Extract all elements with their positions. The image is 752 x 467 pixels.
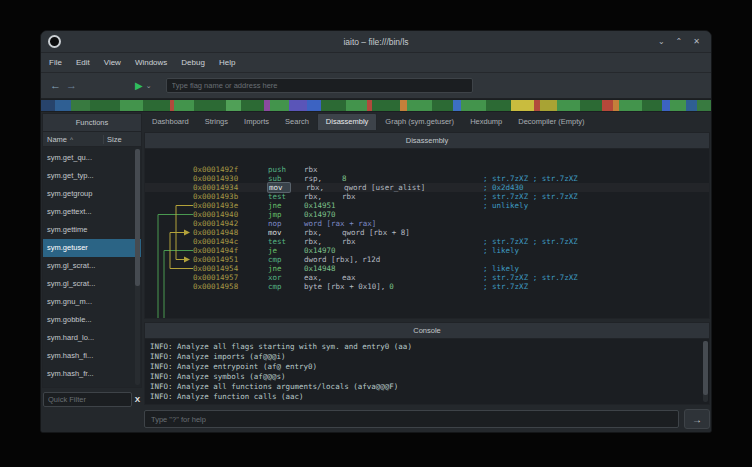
disasm-line[interactable]: 0x00014930subrsp,8; str.7zXZ ; str.7zXZ — [145, 174, 709, 183]
strip-segment — [486, 100, 511, 111]
strip-segment — [321, 100, 346, 111]
disasm-comment: ; str.7zXZ — [483, 282, 528, 291]
disasm-comment: ; unlikely — [483, 201, 528, 210]
disasm-line[interactable]: 0x0001492fpushrbx — [145, 165, 709, 174]
analyze-run-button[interactable]: ▶ — [135, 73, 143, 98]
disasm-line[interactable]: 0x00014942nopword [rax + rax] — [145, 219, 709, 228]
function-item[interactable]: sym.gettext... — [43, 203, 141, 221]
disasm-mnemonic: test — [268, 237, 304, 246]
disasm-line[interactable]: 0x0001493ejne0x14951; unlikely — [145, 201, 709, 210]
quick-filter-input[interactable] — [43, 392, 132, 407]
strip-segment — [241, 100, 264, 111]
console-line: INFO: Analyze all functions arguments/lo… — [150, 382, 709, 392]
function-item[interactable]: sym.getgroup — [43, 185, 141, 203]
clear-filter-button[interactable]: X — [135, 395, 140, 404]
execute-button[interactable]: → — [684, 409, 710, 429]
operand: 0x14951 — [304, 201, 338, 210]
disasm-line[interactable]: 0x0001493btestrbx,rbx; str.7zXZ ; str.7z… — [145, 192, 709, 201]
disasm-line[interactable]: 0x00014957xoreax,eax; str.7zXZ ; str.7zX… — [145, 273, 709, 282]
tab-hexdump[interactable]: Hexdump — [462, 114, 510, 130]
disasm-operands: eax,eax — [304, 273, 356, 282]
run-options-dropdown[interactable]: ⌄ — [146, 82, 152, 90]
close-icon: ✕ — [693, 37, 700, 46]
disasm-address: 0x00014958 — [193, 282, 268, 291]
disasm-line[interactable]: 0x00014951cmpdword [rbx],r12d — [145, 255, 709, 264]
function-item[interactable]: sym.gl_scrat... — [43, 257, 141, 275]
function-item[interactable]: sym.hash_fi... — [43, 347, 141, 365]
column-header-name[interactable]: Name^ — [43, 135, 103, 144]
titlebar[interactable]: iaito – file:///bin/ls ⌄ ⌃ ✕ — [41, 31, 711, 53]
disasm-line[interactable]: 0x00014954jne0x14948; likely — [145, 264, 709, 273]
menu-item-view[interactable]: View — [97, 53, 128, 72]
scrollbar-thumb[interactable] — [135, 149, 140, 286]
operand: qword [user_alist] — [344, 183, 425, 192]
menubar: FileEditViewWindowsDebugHelp — [41, 53, 711, 73]
menu-item-file[interactable]: File — [42, 53, 69, 72]
disasm-line[interactable]: 0x00014958cmpbyte [rbx + 0x10],0; str.7z… — [145, 282, 709, 291]
minimize-button[interactable]: ⌄ — [658, 31, 665, 52]
function-item[interactable]: sym.get_qu... — [43, 149, 141, 167]
menu-item-edit[interactable]: Edit — [69, 53, 97, 72]
tab-imports[interactable]: Imports — [236, 114, 277, 130]
main-area: Functions Name^ Size sym.get_qu...sym.ge… — [41, 112, 711, 432]
strip-segment — [697, 100, 711, 111]
strip-segment — [432, 100, 453, 111]
memory-map-strip[interactable] — [41, 99, 711, 112]
console-scrollbar[interactable] — [703, 341, 708, 402]
disassembly-view[interactable]: 0x0001492fpushrbx0x00014930subrsp,8; str… — [144, 149, 710, 319]
disasm-operands: rbx,rbx — [304, 237, 356, 246]
maximize-button[interactable]: ⌃ — [676, 31, 683, 52]
menu-item-debug[interactable]: Debug — [174, 53, 212, 72]
strip-segment — [557, 100, 580, 111]
tab-disassembly[interactable]: Disassembly — [317, 113, 378, 130]
functions-dock-header[interactable]: Functions — [42, 113, 142, 132]
seek-forward-button[interactable]: → — [66, 73, 77, 98]
disasm-mnemonic: je — [268, 246, 304, 255]
disasm-address: 0x0001494f — [193, 246, 268, 255]
strip-segment — [453, 100, 461, 111]
iaito-window: iaito – file:///bin/ls ⌄ ⌃ ✕ FileEditVie… — [40, 30, 712, 433]
function-item[interactable]: sym.gettime — [43, 221, 141, 239]
disasm-line[interactable]: 0x00014948movrbx,qword [rbx + 8] — [145, 228, 709, 237]
function-item[interactable]: sym.get_typ... — [43, 167, 141, 185]
menu-item-help[interactable]: Help — [212, 53, 242, 72]
console-dock-header[interactable]: Console — [144, 322, 710, 339]
tab-search[interactable]: Search — [277, 114, 317, 130]
strip-segment — [511, 100, 534, 111]
disasm-operands: 0x14948 — [304, 264, 338, 273]
functions-scrollbar[interactable] — [135, 149, 140, 385]
function-item[interactable]: sym.hard_lo... — [43, 329, 141, 347]
function-item[interactable]: sym.hash_fr... — [43, 365, 141, 383]
tab-strings[interactable]: Strings — [197, 114, 236, 130]
disasm-mnemonic: test — [268, 192, 304, 201]
disasm-line[interactable]: 0x0001494fje0x14970; likely — [145, 246, 709, 255]
disasm-line[interactable]: 0x00014934movrbx,qword [user_alist]; 0x2… — [145, 183, 709, 192]
strip-segment — [642, 100, 661, 111]
menu-item-windows[interactable]: Windows — [128, 53, 174, 72]
column-header-size[interactable]: Size — [103, 135, 141, 144]
address-search-input[interactable] — [166, 78, 473, 93]
disasm-operands: word [rax + rax] — [304, 219, 376, 228]
disasm-mnemonic: nop — [268, 219, 304, 228]
function-item[interactable]: sym.getuser — [43, 239, 141, 257]
strip-segment — [71, 100, 90, 111]
x-icon: X — [135, 395, 140, 404]
disassembly-dock-header[interactable]: Disassembly — [144, 132, 710, 149]
tab-dashboard[interactable]: Dashboard — [144, 114, 197, 130]
close-button[interactable]: ✕ — [693, 31, 700, 52]
function-item[interactable]: sym.gobble... — [43, 311, 141, 329]
tab-decompiler-empty[interactable]: Decompiler (Empty) — [510, 114, 592, 130]
disasm-comment: ; 0x2d430 — [483, 183, 524, 192]
function-item[interactable]: sym.gl_scrat... — [43, 275, 141, 293]
disasm-operands: dword [rbx],r12d — [304, 255, 380, 264]
seek-back-button[interactable]: ← — [50, 73, 61, 98]
disasm-line[interactable]: 0x00014940jmp0x14970 — [145, 210, 709, 219]
scrollbar-thumb[interactable] — [703, 341, 708, 395]
disasm-operands: rbx — [304, 165, 338, 174]
function-item[interactable]: sym.gnu_m... — [43, 293, 141, 311]
disasm-address: 0x00014954 — [193, 264, 268, 273]
console-line: INFO: Analyze function calls (aac) — [150, 392, 709, 402]
console-input[interactable] — [144, 410, 679, 428]
disasm-line[interactable]: 0x0001494ctestrbx,rbx; str.7zXZ ; str.7z… — [145, 237, 709, 246]
tab-graph-sym-getuser[interactable]: Graph (sym.getuser) — [377, 114, 462, 130]
